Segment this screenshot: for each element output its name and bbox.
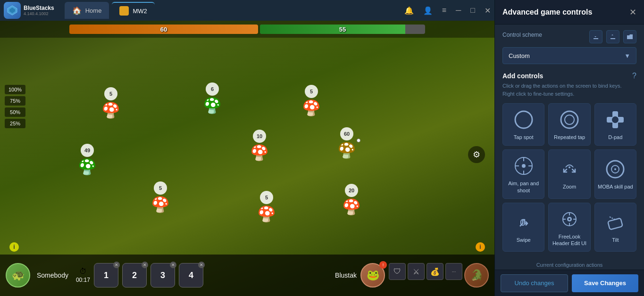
control-moba[interactable]: MOBA skill pad (594, 149, 636, 199)
svg-point-2 (515, 111, 532, 128)
app-name: BlueStacks (24, 5, 54, 11)
scheme-dropdown[interactable]: Custom ▼ (502, 47, 636, 64)
dpad-label: D-pad (608, 134, 622, 140)
window-controls: 🔔 👤 ≡ ─ □ ✕ (404, 6, 491, 15)
pct-50: 50% (5, 107, 25, 117)
help-icon[interactable]: ? (632, 72, 636, 80)
bell-icon[interactable]: 🔔 (404, 6, 414, 15)
control-scheme-label: Control scheme (502, 32, 542, 38)
bottom-actions: Undo changes Save Changes (495, 270, 644, 296)
enemy-name: Blustak (335, 271, 357, 279)
action-btn-2[interactable]: ⚔ (408, 263, 425, 280)
skill-btn-3[interactable]: 3 ✕ (151, 263, 175, 288)
skill-btn-4[interactable]: 4 ✕ (179, 263, 203, 288)
menu-icon[interactable]: ≡ (442, 6, 446, 15)
panel-header: Advanced game controls ✕ (495, 0, 644, 25)
action-btn-3[interactable]: 💰 (427, 263, 443, 280)
swipe-label: Swipe (517, 237, 531, 243)
bar-green: 55 (260, 25, 425, 34)
svg-point-9 (522, 164, 526, 168)
bar-green-value: 55 (339, 26, 346, 33)
panel-close-button[interactable]: ✕ (629, 7, 636, 17)
control-freelook[interactable]: FreeLook Header Edit UI (548, 203, 590, 252)
control-tap-spot[interactable]: Tap spot (502, 103, 544, 146)
entity-1: 5 🍄 (101, 87, 120, 119)
control-swipe[interactable]: Swipe (502, 203, 544, 252)
pct-75: 75% (5, 96, 25, 106)
undo-changes-button[interactable]: Undo changes (501, 274, 568, 292)
info-icon-left[interactable]: i (9, 242, 19, 252)
cursor-marker (357, 139, 360, 142)
config-actions-section: Current configuration actions (495, 259, 644, 270)
bar-orange-value: 60 (160, 26, 167, 33)
action-btn-1[interactable]: 🛡 (389, 263, 406, 280)
entity-7: 5 🍄 (151, 181, 170, 214)
progress-bars: 60 55 (0, 21, 494, 38)
right-section: Blustak 🐸 ! 🛡 ⚔ 💰 ··· 🐊 (335, 263, 489, 288)
import-scheme-button[interactable] (589, 30, 602, 43)
tab-home-label: Home (85, 7, 102, 14)
zoom-icon (558, 158, 581, 181)
maximize-icon[interactable]: □ (470, 6, 475, 15)
control-tilt[interactable]: Tilt (594, 203, 636, 252)
tap-spot-label: Tap spot (514, 134, 534, 140)
scheme-value: Custom (509, 52, 530, 59)
panel-title: Advanced game controls (502, 8, 629, 16)
control-repeated-tap[interactable]: Repeated tap (548, 103, 590, 146)
close-window-icon[interactable]: ✕ (485, 6, 491, 15)
freelook-icon (558, 208, 581, 230)
export-scheme-button[interactable] (606, 30, 619, 43)
save-changes-button[interactable]: Save Changes (572, 274, 638, 292)
control-scheme-section: Control scheme (495, 25, 644, 68)
entity-2: 6 🍄 (203, 82, 222, 115)
timer-icon: ⏱ (79, 267, 87, 276)
control-dpad[interactable]: D-pad (594, 103, 636, 146)
control-aim-pan-shoot[interactable]: Aim, pan and shoot (502, 149, 544, 199)
side-percentages: 100% 75% 50% 25% (5, 85, 25, 128)
svg-point-17 (614, 168, 616, 170)
user-icon[interactable]: 👤 (423, 6, 433, 15)
add-controls-header: Add controls ? (502, 72, 636, 80)
moba-icon (604, 158, 627, 181)
add-controls-title: Add controls (502, 72, 543, 80)
current-config-label: Current configuration actions (502, 262, 636, 268)
tilt-icon (604, 211, 627, 234)
game-area: BlueStacks 4.140.4.1002 🏠 Home MW2 🔔 👤 ≡… (0, 0, 494, 296)
info-icon-right[interactable]: i (476, 242, 485, 252)
tab-game-label: MW2 (133, 8, 147, 15)
aim-pan-shoot-icon (512, 155, 535, 177)
add-controls-section: Add controls ? Click or drag the actions… (495, 68, 644, 259)
entity-9: 20 🍄 (342, 184, 361, 216)
tilt-label: Tilt (612, 237, 619, 243)
enemy-avatar-wrapper: 🐸 ! (360, 263, 385, 288)
repeated-tap-label: Repeated tap (554, 134, 585, 140)
svg-point-14 (569, 166, 570, 168)
minimize-icon[interactable]: ─ (456, 6, 461, 15)
entity-3: 5 🍄 (302, 85, 321, 117)
bluestacks-logo (4, 2, 21, 19)
svg-point-7 (612, 116, 619, 123)
folder-scheme-button[interactable] (623, 30, 636, 43)
dropdown-chevron-icon: ▼ (624, 52, 630, 59)
pct-25: 25% (5, 119, 25, 128)
entity-5: 10 🍄 (250, 130, 269, 162)
skill-btn-1[interactable]: 1 ✕ (94, 263, 118, 288)
action-buttons: 🛡 ⚔ 💰 ··· 🐊 (389, 263, 489, 288)
game-character-avatar: 🐊 (464, 263, 489, 288)
tab-game[interactable]: MW2 (112, 2, 154, 19)
svg-rect-26 (608, 218, 623, 230)
notification-badge: ! (379, 261, 387, 269)
tab-home[interactable]: 🏠 Home (65, 2, 109, 19)
skill-btn-2[interactable]: 2 ✕ (122, 263, 147, 288)
svg-point-4 (565, 115, 574, 124)
control-zoom[interactable]: Zoom (548, 149, 590, 199)
gear-button[interactable]: ⚙ (468, 146, 485, 163)
more-button[interactable]: ··· (445, 263, 462, 280)
game-avatar-wrapper: 🐊 (464, 263, 489, 288)
window-bar: BlueStacks 4.140.4.1002 🏠 Home MW2 🔔 👤 ≡… (0, 0, 494, 21)
player-avatar: 🐢 (6, 263, 30, 288)
repeated-tap-icon (558, 108, 581, 131)
svg-line-27 (610, 217, 615, 220)
svg-point-21 (569, 218, 570, 220)
app-version: 4.140.4.1002 (24, 11, 54, 16)
